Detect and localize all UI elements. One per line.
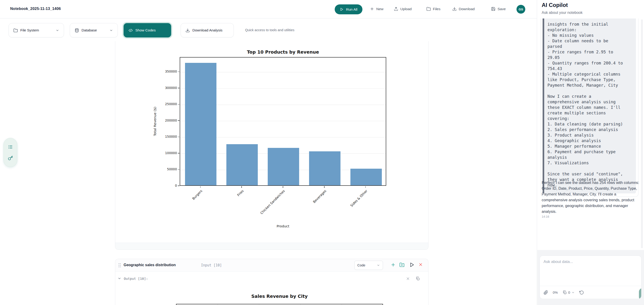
file-system-dropdown[interactable]: File System [8,23,64,38]
files-button[interactable]: Files [426,7,440,11]
upload-button[interactable]: Upload [394,7,412,11]
run-all-label: Run All [346,8,357,12]
show-codes-button[interactable]: Show Codes [124,23,171,38]
download-label: Download [459,7,475,11]
chat-input-card: 0% 0 [540,256,642,299]
y-tick-mark [178,186,180,186]
plus-icon [370,7,374,11]
list-outline-icon[interactable] [8,144,13,150]
database-label: Database [82,28,97,32]
play-icon [340,8,344,11]
copy-output-icon[interactable] [416,276,420,281]
context-usage-percent: 0% [553,290,558,294]
x-tick-label: Sides & Other [350,189,368,208]
toolbar-hint-text: Quick access to tools and utilities [245,28,294,32]
y-tick-mark [178,137,180,137]
app-window: Notebook_2025-11-13_1406 Run All New Upl… [0,0,644,305]
ai-copilot-panel: AI Copilot Ask about your notebook insig… [537,0,644,305]
y-tick-label: 350000 [149,70,177,73]
composer-section: 0% 0 [537,250,644,305]
assistant-message-bubble: insights from the initial exploration: -… [540,18,638,197]
run-all-button[interactable]: Run All [335,4,362,14]
download-icon [452,7,457,11]
database-icon [74,28,79,32]
cell-type-value: Code [357,264,366,267]
x-tick-label: Burgers [192,189,203,200]
download-analysis-label: Download Analysis [192,28,222,32]
save-label: Save [498,7,506,11]
reset-conversation-icon[interactable] [579,290,584,295]
bar-beverages [309,151,340,185]
assistant-thinking-code-block: insights from the initial exploration: -… [542,18,636,194]
cell-type-select[interactable]: Code [354,261,383,270]
key-icon[interactable] [8,156,13,160]
send-button[interactable] [639,288,642,299]
database-dropdown[interactable]: Database [70,23,118,38]
chevron-down-icon [110,29,113,32]
chevron-down-icon [572,291,575,294]
chevron-down-icon [56,29,59,32]
copilot-subtitle: Ask about your notebook [542,11,582,15]
pages-icon [562,290,567,294]
message-timestamp: 14:16 [542,215,549,218]
y-tick-mark [178,104,180,105]
y-tick-mark [178,72,180,72]
y-tick-label: 150000 [149,135,177,138]
x-tick-label: Chicken Sandwiches [260,189,286,215]
folder-plus-icon[interactable] [400,262,404,267]
notebook-cell-product-revenue: Top 10 Products by Revenue Total Revenue… [115,41,428,250]
attachment-icon[interactable] [544,290,548,295]
bar-burgers [185,63,216,185]
chart1-plot-area [180,57,386,186]
cell2-header: Geographic sales distribution Input [10]… [115,259,428,272]
assistant-message-text: Perfect! I can see the dataset has 254 r… [542,180,642,214]
drag-handle-icon[interactable] [118,263,121,268]
y-tick-mark [178,88,180,88]
chart2-title: Sales Revenue by City [176,294,383,299]
output-label: Output [10]: [124,277,148,280]
x-tick-mark [324,186,324,188]
new-button[interactable]: New [370,7,384,11]
download-icon [186,28,190,32]
upload-icon [394,7,398,11]
floating-tools-panel [4,138,17,167]
cell1-footer-strip [115,242,428,250]
add-cell-icon[interactable] [390,262,396,267]
file-system-label: File System [20,28,39,32]
download-button[interactable]: Download [452,7,475,11]
folder-icon [14,28,18,32]
x-tick-label: Fries [236,189,244,197]
y-tick-mark [178,153,180,154]
bar-fries [226,144,258,185]
code-icon [128,28,133,32]
y-tick-label: 100000 [149,151,177,155]
folder-icon [426,7,431,11]
context-files-group[interactable]: 0 [562,290,575,294]
x-tick-label: Beverages [312,189,327,204]
user-avatar[interactable]: GS [516,5,525,14]
copilot-title: AI Copilot [542,2,568,8]
download-analysis-button[interactable]: Download Analysis [181,23,234,38]
show-codes-label: Show Codes [135,28,156,32]
save-button[interactable]: Save [491,7,506,11]
chart1-x-axis-label: Product [180,224,386,228]
cell2-title: Geographic sales distribution [124,263,176,267]
x-tick-mark [366,186,366,188]
delete-cell-icon[interactable] [418,262,423,267]
run-cell-icon[interactable] [409,262,414,267]
y-tick-label: 250000 [149,102,177,106]
chart1-title: Top 10 Products by Revenue [180,50,386,55]
x-tick-mark [200,186,201,188]
y-tick-label: 200000 [149,118,177,122]
composer-toolbar: 0% 0 [540,286,641,299]
app-header: Notebook_2025-11-13_1406 Run All New Upl… [0,0,537,18]
collapse-output-icon[interactable] [118,276,121,280]
chat-input[interactable] [540,256,641,286]
y-tick-mark [178,169,180,170]
clear-output-icon[interactable] [406,276,410,281]
x-tick-mark [242,186,242,188]
upload-label: Upload [400,7,412,11]
notebook-cell-geographic: Geographic sales distribution Input [10]… [115,259,428,305]
notebook-title: Notebook_2025-11-13_1406 [10,6,61,11]
new-label: New [376,7,384,11]
